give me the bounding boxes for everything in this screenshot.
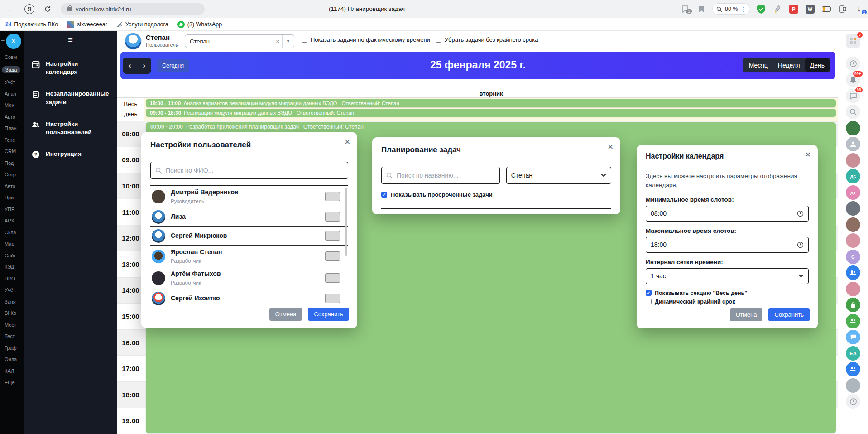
sidebar-item[interactable]: УПР. (5, 207, 20, 212)
user-row[interactable]: Ярослав СтепанРазработчик (150, 246, 348, 267)
sidebar-item[interactable]: Учёт (5, 79, 20, 85)
sidebar-item[interactable]: КЭД (5, 264, 20, 270)
bookmark-item[interactable]: Услуги подолога (116, 21, 168, 28)
sidebar-item[interactable]: Мест (5, 322, 20, 328)
avatar[interactable]: дс (846, 169, 860, 183)
scrollbar[interactable] (345, 188, 347, 256)
sidebar-item[interactable]: ПРО (5, 276, 20, 281)
sidebar-item[interactable]: Скла (5, 230, 20, 235)
sidebar-item[interactable]: Анал (5, 91, 20, 96)
address-bar[interactable]: vedernikov.bitrix24.ru (61, 3, 205, 15)
task-search-field[interactable] (381, 167, 500, 184)
avatar[interactable]: EA (846, 346, 860, 361)
search-input[interactable] (397, 172, 495, 179)
user-select[interactable]: Степан (506, 167, 611, 184)
sidebar-item[interactable]: CRM (5, 149, 20, 154)
sidebar-item[interactable]: Мон (5, 102, 20, 108)
word-extension-icon[interactable]: W (805, 4, 815, 14)
user-checkbox[interactable] (325, 231, 340, 241)
avatar[interactable] (846, 201, 860, 216)
sidebar-item[interactable]: АРХ. (5, 218, 20, 223)
sidebar-item[interactable]: Онла (5, 357, 20, 362)
view-week-button[interactable]: Неделя (773, 58, 805, 72)
history-clock-icon[interactable] (846, 57, 860, 71)
dynamic-deadline-checkbox[interactable]: Динамический крайний срок (646, 299, 809, 305)
user-select[interactable]: Степан × ▼ (185, 34, 294, 48)
browser-menu-icon[interactable]: Я (23, 2, 36, 16)
user-checkbox[interactable] (325, 273, 340, 283)
event-bar[interactable]: 09:00 - 18:30Реализация модуля миграции … (146, 109, 836, 117)
show-allday-checkbox[interactable]: Показывать секцию "Весь день" (646, 290, 809, 296)
sidebar-item[interactable]: Сотр (5, 172, 20, 177)
sidebar-item[interactable]: BI Ко (5, 310, 20, 316)
sidebar-item[interactable]: Авто (5, 183, 20, 189)
sidebar-item[interactable]: Граф (5, 345, 20, 351)
sidebar-item[interactable]: Тест (5, 333, 20, 339)
sidebar-item[interactable]: План (5, 125, 20, 131)
close-icon[interactable]: ✕ (608, 143, 614, 151)
clear-icon[interactable]: × (273, 38, 282, 45)
cancel-button[interactable]: Отмена (730, 308, 763, 321)
chevron-down-icon[interactable]: ▼ (282, 35, 294, 48)
min-time-input[interactable] (651, 210, 696, 217)
sidebar-item[interactable]: Учёт (5, 287, 20, 293)
overdue-tasks-checkbox[interactable]: Показывать просроченные задачи (381, 191, 611, 198)
user-search-field[interactable] (150, 162, 348, 179)
avatar[interactable] (846, 217, 860, 232)
max-time-field[interactable] (646, 237, 809, 253)
messenger-icon[interactable]: 93 (846, 89, 860, 103)
bookmark-item[interactable]: sixveeceear (67, 21, 107, 28)
search-input[interactable] (166, 167, 343, 174)
sidebar-item[interactable]: При. (5, 195, 20, 200)
search-icon[interactable] (846, 105, 860, 119)
group-chat-icon[interactable] (846, 362, 860, 376)
avatar[interactable] (846, 378, 860, 393)
hamburger-icon[interactable]: ≡ (1, 38, 5, 45)
private-chat-icon[interactable] (846, 298, 860, 312)
chat-channel-icon[interactable] (846, 330, 860, 344)
interval-select[interactable]: 1 час (646, 268, 809, 284)
phone-extension-icon[interactable] (837, 4, 848, 14)
bookmark-item[interactable]: 24 Подключить ВКо (5, 21, 58, 28)
max-time-input[interactable] (651, 241, 696, 248)
avatar[interactable]: дт (846, 185, 860, 200)
view-day-button[interactable]: День (805, 58, 830, 72)
user-checkbox[interactable] (325, 294, 340, 303)
reload-button[interactable] (41, 2, 54, 16)
avatar[interactable] (846, 137, 860, 151)
sidebar-item[interactable]: Гене (5, 137, 20, 143)
zoom-control[interactable]: 80 % ⋮ (712, 3, 750, 15)
sidebar-item[interactable]: Мар (5, 241, 20, 246)
downloads-icon[interactable]: ↓ 1 (854, 4, 864, 14)
min-time-field[interactable] (646, 206, 809, 222)
user-checkbox[interactable] (325, 251, 340, 261)
avatar[interactable] (846, 121, 860, 135)
highlighter-extension-icon[interactable] (772, 4, 783, 14)
close-icon[interactable]: ✕ (805, 150, 811, 159)
sidebar-item-user-settings[interactable]: Настройки пользователей (24, 113, 117, 143)
avatar[interactable] (846, 153, 860, 168)
sidebar-item-unplanned-tasks[interactable]: Незапланированные задачи (24, 83, 117, 113)
adblock-extension-icon[interactable] (756, 4, 767, 14)
sidebar-item[interactable]: Совм (5, 54, 20, 60)
no-deadline-checkbox[interactable]: Убрать задачи без крайнего срока (436, 36, 538, 43)
save-button[interactable]: Сохранить (308, 308, 349, 321)
bookmark-item[interactable]: (3) WhatsApp (177, 21, 222, 28)
checkbox-box[interactable] (646, 299, 652, 304)
checkbox-box[interactable] (381, 192, 387, 198)
close-widget-button[interactable]: × (6, 34, 21, 49)
sidebar-item[interactable]: КАЛ (5, 368, 20, 374)
user-row[interactable]: Сергей Изоитко (150, 289, 348, 306)
clock-icon[interactable] (797, 241, 804, 248)
sidebar-item-active[interactable]: Зада (2, 66, 20, 73)
back-button[interactable]: ← (5, 2, 18, 16)
pdf-extension-icon[interactable]: P (788, 4, 799, 14)
history-clock-icon[interactable] (846, 394, 860, 409)
sidebar-item[interactable]: Под (5, 160, 20, 166)
sidebar-item-calendar-settings[interactable]: Настройки календаря (24, 53, 117, 83)
sidebar-item[interactable]: Ещё (5, 380, 20, 385)
user-checkbox[interactable] (325, 212, 340, 222)
sidebar-item[interactable]: Заня (5, 299, 20, 304)
app-hamburger-icon[interactable]: ≡ (24, 31, 117, 45)
group-chat-icon[interactable] (846, 314, 860, 328)
